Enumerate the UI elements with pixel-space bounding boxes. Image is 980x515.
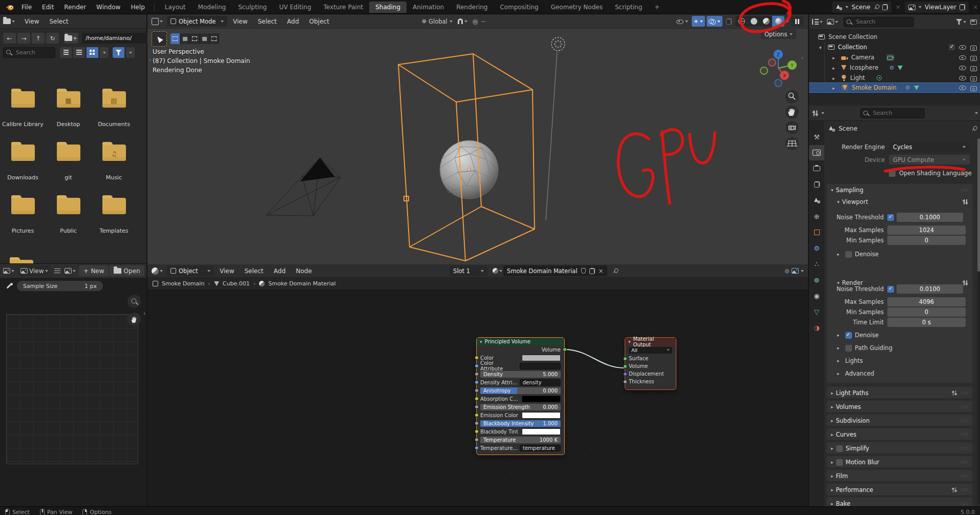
node-input-row[interactable]: Emission Color [477, 411, 564, 419]
copy-icon[interactable] [960, 4, 965, 10]
node-input-row[interactable]: Anisotropy0.000 [477, 386, 564, 395]
min-samples-value[interactable]: 0 [887, 307, 966, 317]
folder-tile[interactable]: Calibre Library [2, 91, 45, 128]
new-image-button[interactable]: +New [79, 265, 108, 276]
viewport-3d[interactable]: Object Mode View Select Add Object ⊕ Glo… [147, 14, 808, 264]
path-guiding-row[interactable]: Path Guiding [827, 344, 892, 352]
add-workspace-button[interactable]: + [648, 2, 666, 13]
node-input-row[interactable]: Temperature...temperature [477, 444, 564, 452]
tab-render[interactable] [809, 145, 824, 160]
menu-window[interactable]: Window [91, 4, 125, 11]
active-tool-select-button[interactable] [152, 31, 167, 47]
presets-icon[interactable] [962, 199, 968, 205]
value-slider[interactable]: Density5.000 [480, 371, 561, 378]
mode-dropdown[interactable]: Object Mode [167, 16, 227, 27]
chevron-down-icon[interactable] [975, 112, 978, 114]
section-volumes[interactable]: Volumes∷∷ [826, 400, 973, 413]
material-icon[interactable] [493, 268, 498, 274]
color-swatch[interactable] [522, 396, 561, 402]
folder-tile[interactable]: Music [93, 145, 136, 181]
back-button[interactable]: ← [3, 33, 16, 44]
overlays-dropdown[interactable] [707, 16, 722, 27]
expand-icon[interactable] [833, 54, 838, 61]
denoise-checkbox[interactable] [845, 332, 852, 339]
breadcrumb-material[interactable]: Smoke Domain Material [268, 280, 336, 287]
outliner-editor-icon[interactable] [812, 19, 819, 25]
section-subdivision[interactable]: Subdivision∷∷ [826, 414, 973, 426]
simplify-checkbox[interactable] [836, 445, 843, 452]
material-name-field[interactable]: Smoke Domain Material × [503, 265, 607, 276]
pin-icon[interactable] [872, 3, 880, 11]
target-dropdown[interactable]: All [625, 345, 676, 355]
render-visibility-icon[interactable] [970, 45, 977, 50]
pin-icon[interactable] [970, 125, 978, 133]
proportional-editing-icon[interactable]: ◎ [471, 16, 480, 27]
tab-material[interactable]: ◑ [809, 320, 824, 335]
select-invert-button[interactable] [200, 33, 209, 44]
folder-tile[interactable]: Public [47, 198, 90, 234]
blender-logo-icon[interactable] [4, 3, 14, 11]
shading-dropdown[interactable] [786, 20, 789, 23]
outliner-row-smoke-domain[interactable]: Smoke Domain ⚙ [809, 83, 980, 93]
chevron-down-icon[interactable] [820, 21, 823, 23]
tab-object-data[interactable]: ▽ [809, 304, 824, 319]
folder-tile[interactable]: Documents [93, 91, 136, 128]
menu-view[interactable]: View [228, 18, 252, 25]
pin-icon[interactable] [611, 266, 619, 275]
drag-grip-icon[interactable]: ∷∷ [962, 446, 968, 451]
navigation-gizmo[interactable]: Z Y X [760, 50, 797, 87]
drag-grip-icon[interactable]: ∷∷ [962, 432, 968, 437]
gizmo-x-label[interactable]: X [783, 73, 786, 78]
max-samples-value[interactable]: 4096 [887, 297, 966, 306]
pan-hand-icon[interactable] [127, 313, 141, 326]
text-field[interactable]: temperature [520, 445, 561, 451]
drag-grip-icon[interactable]: ∷∷ [962, 487, 968, 492]
node-input-row[interactable]: Density Attri...density [477, 378, 564, 386]
text-field[interactable]: density [520, 379, 561, 386]
tab-scene[interactable] [809, 193, 824, 208]
menu-select[interactable]: Select [253, 18, 281, 25]
unlink-material-icon[interactable]: × [599, 267, 604, 275]
render-result-icon[interactable] [792, 268, 799, 274]
display-horizontal-list-button[interactable] [73, 47, 85, 58]
value-slider[interactable]: Anisotropy0.000 [480, 387, 561, 394]
section-simplify[interactable]: Simplify∷∷ [826, 442, 973, 454]
sample-size-field[interactable]: Sample Size 1 px [17, 281, 103, 291]
breadcrumb-mesh[interactable]: Cube.001 [223, 280, 250, 287]
color-swatch[interactable] [522, 412, 561, 419]
presets-icon[interactable] [951, 390, 957, 396]
select-intersect-button[interactable] [209, 33, 219, 44]
tab-object[interactable] [809, 224, 824, 240]
node-input-row[interactable]: Absorption C... [477, 395, 564, 403]
max-samples-value[interactable]: 1024 [887, 225, 966, 235]
tab-compositing[interactable]: Compositing [494, 2, 544, 13]
gizmo-z-label[interactable]: Z [777, 52, 780, 57]
expand-icon[interactable] [833, 74, 838, 81]
value-slider[interactable]: Emission Strength0.000 [480, 404, 561, 410]
osl-checkbox[interactable] [889, 170, 896, 177]
menu-select[interactable]: Select [45, 18, 73, 25]
folder-tile[interactable]: git [47, 145, 90, 181]
node-input-row[interactable]: Temperature1000 K [477, 436, 564, 444]
region-toggle-icon[interactable]: › [149, 56, 151, 63]
motion-blur-checkbox[interactable] [836, 459, 843, 466]
render-visibility-icon[interactable] [970, 65, 977, 71]
menu-help[interactable]: Help [125, 4, 150, 11]
select-extend-button[interactable] [180, 33, 190, 44]
shader-editor-icon[interactable] [152, 267, 159, 275]
slot-dropdown[interactable]: Slot 1 [450, 265, 487, 276]
gizmos-toggle[interactable]: + [692, 16, 705, 27]
device-dropdown[interactable]: GPU Compute [889, 155, 970, 164]
display-vertical-list-button[interactable] [60, 47, 72, 58]
outliner-row-icosphere[interactable]: Icosphere ⚙ [809, 63, 980, 73]
time-limit-value[interactable]: 0 s [887, 318, 966, 327]
node-principled-volume[interactable]: Principled Volume Volume Color Color Att… [476, 337, 565, 455]
tab-rendering[interactable]: Rendering [450, 2, 494, 13]
outliner-search-input[interactable] [843, 17, 914, 27]
noise-threshold-checkbox[interactable] [887, 286, 894, 293]
menu-add[interactable]: Add [269, 267, 290, 275]
zoom-icon[interactable] [127, 295, 141, 308]
file-browser-editor-icon[interactable] [3, 18, 11, 24]
node-material-output[interactable]: Material Output All Surface Volume Displ… [625, 337, 676, 390]
denoise-checkbox[interactable] [845, 251, 852, 258]
